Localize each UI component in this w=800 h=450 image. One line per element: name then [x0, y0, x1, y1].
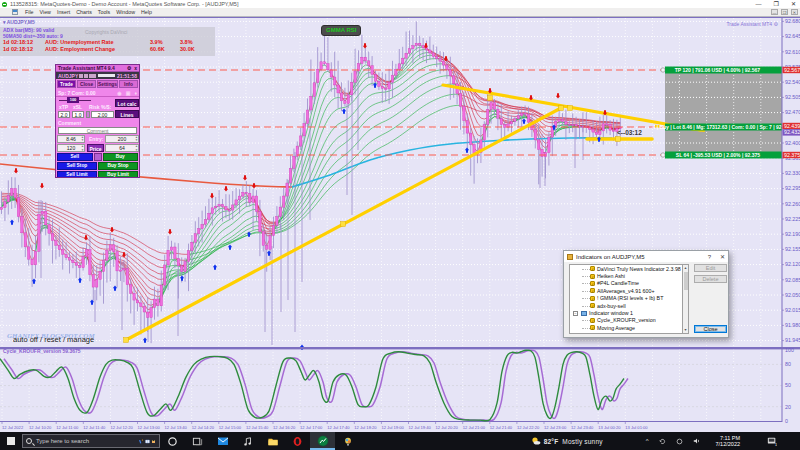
xtp-field[interactable]: 2.0 [58, 111, 70, 118]
indicator-list[interactable]: fDaVinci Truly News Indicator 2.3.98fHei… [569, 264, 689, 334]
strip-button[interactable] [84, 74, 88, 78]
strip-button[interactable] [89, 74, 96, 78]
menu-window[interactable]: Window [116, 8, 135, 17]
entry-label: Entry: [89, 136, 103, 142]
auto-off-reset-manage-links[interactable]: auto off / reset / manage [13, 335, 94, 344]
trade-assistant-titlebar[interactable]: Trade Assistant MT4 9.4 ⚙ x [56, 65, 139, 72]
gmma-rsi-badge: GMMA RSI [321, 25, 361, 36]
eye-icon[interactable]: ◉ [117, 90, 121, 96]
indicator-row[interactable]: fCycle_KROUFR_version [570, 317, 688, 324]
weather-sun-icon [531, 436, 541, 446]
taskbar-icon-task-view[interactable] [185, 432, 210, 450]
indicator-fx-icon: f [590, 296, 595, 301]
indicator-row[interactable]: fAllAverages_v4.91 600+ [570, 287, 688, 294]
sl-field[interactable]: 64▲▼ [105, 144, 139, 152]
risk-checkbox[interactable] [86, 111, 90, 118]
indicator-row[interactable]: fadx-buy-sell [570, 302, 688, 309]
child-restore-button[interactable]: ❐ [781, 9, 788, 15]
taskbar-icon-cortana[interactable] [160, 432, 185, 450]
maximize-button[interactable]: ❐ [774, 0, 779, 8]
start-button[interactable] [0, 432, 22, 450]
gear-icon[interactable]: ⚙ [774, 21, 778, 27]
buy-stop-button[interactable]: Buy Stop [98, 162, 138, 170]
action-center-icon[interactable]: 1 [764, 432, 780, 450]
taskbar-icon-music[interactable] [235, 432, 260, 450]
taskbar-search[interactable]: Type here to search [22, 434, 160, 448]
dialog-scrollbar[interactable]: ▲ ▼ [682, 264, 689, 334]
close-dialog-button[interactable]: Close [694, 325, 727, 333]
oscillator-name-label: Cycle_KROUFR_version 59.3675 [3, 348, 81, 354]
buy-limit-button[interactable]: Buy Limit [98, 171, 138, 179]
price-button[interactable]: Price [87, 144, 104, 152]
speaker-icon[interactable] [693, 437, 701, 445]
risk-slider[interactable]: 100 [67, 97, 79, 103]
trade-assistant-link[interactable]: Trade Assistant MT4 ⚙ [726, 21, 778, 27]
entry-field[interactable]: 200▲▼ [105, 135, 139, 143]
risk-field[interactable]: 2.00 [91, 111, 114, 118]
taskbar-icon-mail[interactable] [210, 432, 235, 450]
indicator-row[interactable]: f#P4L CandleTime [570, 280, 688, 287]
indicator-group-row[interactable]: −Indicator window 1 [570, 309, 688, 316]
menu-charts[interactable]: Charts [76, 8, 92, 17]
scroll-up-icon[interactable]: ▲ [683, 265, 688, 271]
indicator-row[interactable]: fHeiken Ashi [570, 272, 688, 279]
menu-insert[interactable]: Insert [57, 8, 70, 17]
weather-desc: Mostly sunny [562, 438, 602, 445]
lot-calc-button[interactable]: Lot calc [115, 99, 139, 107]
menu-file[interactable]: File [25, 8, 34, 17]
gear-icon[interactable]: ⚙ [127, 65, 131, 71]
delete-button[interactable]: Delete [694, 275, 727, 283]
lines-button[interactable]: Lines [115, 110, 139, 118]
menu-tools[interactable]: Tools [98, 8, 110, 17]
sell-button[interactable]: Sell [57, 153, 93, 161]
grid-icon[interactable]: ▣ [126, 90, 131, 96]
tab-trade[interactable]: Trade [57, 80, 76, 88]
tree-collapse-icon[interactable]: − [573, 311, 578, 316]
child-minimize-button[interactable]: — [771, 9, 778, 15]
indicator-row[interactable]: fDaVinci Truly News Indicator 2.3.98 [570, 265, 688, 272]
scrollbar-thumb[interactable] [684, 272, 689, 290]
network-icon[interactable] [676, 438, 683, 445]
onedrive-sync-icon[interactable] [659, 438, 666, 445]
dialog-titlebar[interactable]: Indicators on AUDJPY,M5 ? ✕ [564, 251, 728, 262]
dialog-help-button[interactable]: ? [708, 254, 711, 260]
edit-button[interactable]: Edit [694, 264, 727, 272]
menu-help[interactable]: Help [141, 8, 152, 17]
taskbar-clock[interactable]: 7:11 PM 7/12/2022 [716, 435, 740, 447]
svg-text:12 Jul 2022: 12 Jul 2022 [2, 425, 24, 430]
weather-widget[interactable]: 82°F Mostly sunny [531, 436, 635, 446]
child-close-button[interactable]: ✕ [791, 9, 798, 15]
lot-field[interactable]: 8.46▲▼ [57, 135, 85, 143]
tab-close[interactable]: Close [77, 80, 96, 88]
taskbar-icon-metatrader[interactable] [310, 432, 335, 450]
taskbar-icon-folder[interactable] [260, 432, 285, 450]
panel-close-icon[interactable]: x [134, 65, 137, 71]
symbol-period-label[interactable]: ▾ AUDJPY,M5 [3, 19, 35, 25]
lock-toggle[interactable] [94, 153, 102, 161]
sell-limit-button[interactable]: Sell Limit [57, 171, 97, 179]
tab-info[interactable]: Info [119, 80, 138, 88]
bell-icon[interactable]: ♦ [134, 90, 137, 96]
taskbar-icon-bell[interactable] [335, 432, 360, 450]
menu-view[interactable]: View [40, 8, 51, 17]
tab-settings[interactable]: Settings [97, 80, 118, 88]
indicator-row[interactable]: fMoving Average [570, 324, 688, 331]
svg-text:12 Jul 15:40: 12 Jul 15:40 [246, 425, 269, 430]
svg-text:100: 100 [785, 347, 794, 353]
scroll-down-icon[interactable]: ▼ [683, 327, 688, 333]
indicator-row[interactable]: f! GMMA (RSI levels + lb) BT [570, 295, 688, 302]
close-button[interactable]: ✕ [791, 0, 796, 8]
buy-button[interactable]: Buy [103, 153, 139, 161]
tray-chevron-icon[interactable]: ^ [646, 438, 649, 444]
chart-area[interactable]: TP 120 | 791.06 USD | 4.00% | 92.5674 | … [0, 17, 800, 432]
news-row: 1d 02:18:12AUD: Employment Change60.6K30… [3, 46, 215, 53]
svg-text:92.260: 92.260 [785, 201, 800, 207]
tp-field[interactable]: 120▲▼ [57, 144, 85, 152]
strip-button[interactable] [79, 74, 83, 78]
sell-stop-button[interactable]: Sell Stop [57, 162, 97, 170]
dialog-close-icon[interactable]: ✕ [720, 253, 725, 260]
minimize-button[interactable]: — [756, 0, 762, 8]
taskbar-icon-opera[interactable] [285, 432, 310, 450]
xsl-field[interactable]: 1.0 [72, 111, 84, 118]
svg-text:92.120: 92.120 [785, 261, 800, 267]
